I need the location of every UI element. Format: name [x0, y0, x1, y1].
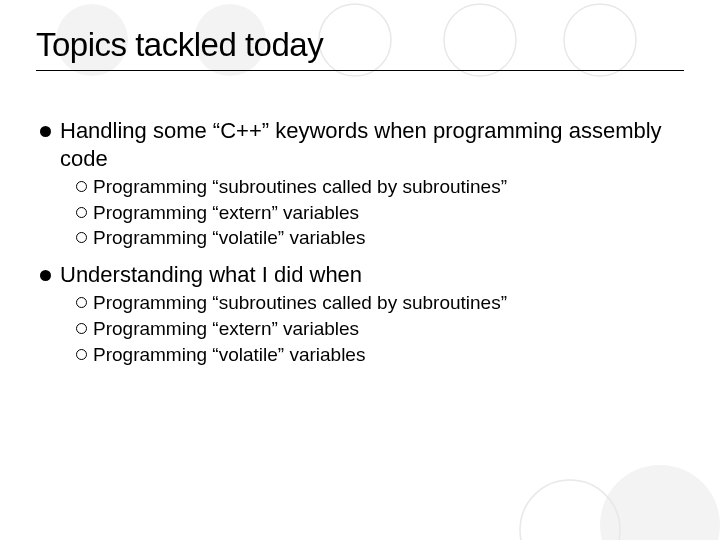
bullet-hollow-icon: [76, 349, 87, 360]
sub-list: Programming “subroutines called by subro…: [76, 174, 684, 251]
sub-list-item: Programming “subroutines called by subro…: [76, 174, 684, 200]
sub-list-item-text: Programming “subroutines called by subro…: [93, 174, 507, 200]
bullet-solid-icon: [40, 270, 51, 281]
svg-point-6: [520, 480, 620, 540]
bullet-hollow-icon: [76, 323, 87, 334]
sub-list-item: Programming “volatile” variables: [76, 225, 684, 251]
sub-list-item: Programming “extern” variables: [76, 316, 684, 342]
sub-list-item-text: Programming “volatile” variables: [93, 225, 365, 251]
bullet-hollow-icon: [76, 181, 87, 192]
sub-list-item: Programming “extern” variables: [76, 200, 684, 226]
sub-list-item-text: Programming “subroutines called by subro…: [93, 290, 507, 316]
list-item-text: Understanding what I did when: [60, 261, 684, 289]
sub-list-item-text: Programming “extern” variables: [93, 316, 359, 342]
bullet-list: Handling some “C++” keywords when progra…: [36, 117, 684, 367]
sub-list-item-text: Programming “extern” variables: [93, 200, 359, 226]
bullet-solid-icon: [40, 126, 51, 137]
svg-point-5: [600, 465, 720, 540]
title-underline: [36, 70, 684, 71]
bullet-hollow-icon: [76, 207, 87, 218]
list-item-text: Handling some “C++” keywords when progra…: [60, 117, 684, 172]
bullet-hollow-icon: [76, 297, 87, 308]
sub-list-item: Programming “volatile” variables: [76, 342, 684, 368]
page-title: Topics tackled today: [36, 26, 684, 64]
bullet-hollow-icon: [76, 232, 87, 243]
sub-list-item-text: Programming “volatile” variables: [93, 342, 365, 368]
list-item: Handling some “C++” keywords when progra…: [40, 117, 684, 172]
sub-list: Programming “subroutines called by subro…: [76, 290, 684, 367]
sub-list-item: Programming “subroutines called by subro…: [76, 290, 684, 316]
list-item: Understanding what I did when: [40, 261, 684, 289]
